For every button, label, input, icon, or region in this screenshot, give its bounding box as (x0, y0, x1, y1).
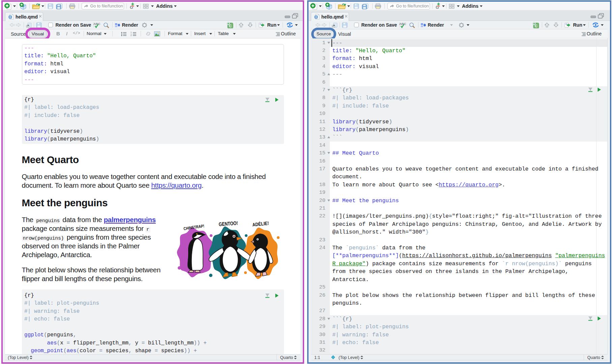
svg-text:GENTOO!: GENTOO! (218, 220, 238, 227)
svg-text:ABC: ABC (399, 22, 406, 26)
svg-text:ABC: ABC (93, 22, 100, 26)
svg-text:ADÉLIE!: ADÉLIE! (252, 220, 269, 228)
svg-text:2: 2 (130, 34, 132, 36)
svg-text:1: 1 (130, 32, 132, 34)
